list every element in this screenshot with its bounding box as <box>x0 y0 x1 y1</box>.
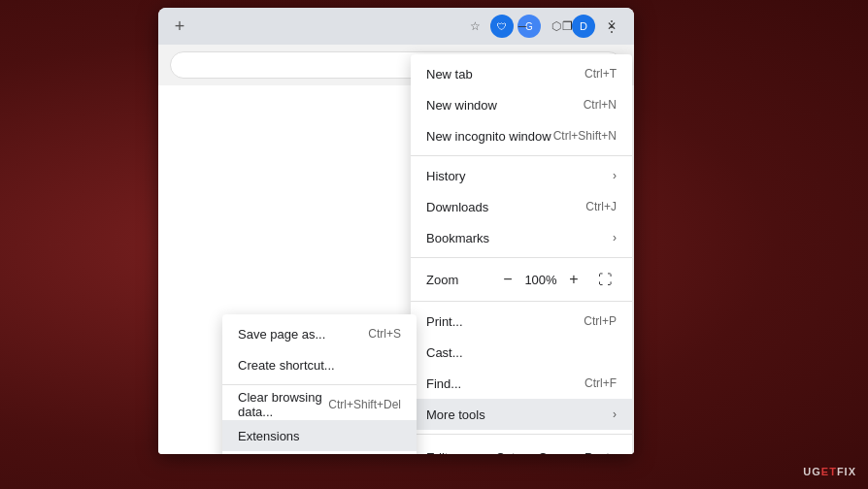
copy-button[interactable]: Copy <box>529 443 577 454</box>
menu-divider-2 <box>411 257 632 258</box>
submenu-item-task-manager[interactable]: Task manager Shift+Esc <box>222 451 417 454</box>
paste-button[interactable]: Paste <box>577 443 624 454</box>
cut-button[interactable]: Cut <box>482 443 529 454</box>
menu-divider-1 <box>411 155 632 156</box>
bookmark-icon[interactable]: ☆ <box>463 15 486 38</box>
close-button[interactable]: ✕ <box>589 8 634 45</box>
plus-icon: + <box>175 16 185 37</box>
menu-divider-3 <box>411 301 632 302</box>
submenu-item-clear-browsing[interactable]: Clear browsing data... Ctrl+Shift+Del <box>222 389 417 420</box>
zoom-row: Zoom − 100% + ⛶ <box>411 262 632 297</box>
menu-item-cast[interactable]: Cast... <box>411 337 632 368</box>
zoom-minus-button[interactable]: − <box>496 268 519 291</box>
submenu-divider-1 <box>222 384 417 385</box>
submenu-item-create-shortcut[interactable]: Create shortcut... <box>222 349 417 380</box>
submenu-item-extensions[interactable]: Extensions <box>222 420 417 451</box>
more-tools-submenu: Save page as... Ctrl+S Create shortcut..… <box>222 314 417 454</box>
window-controls: ─ ❐ ✕ <box>500 8 634 45</box>
menu-item-new-window[interactable]: New window Ctrl+N <box>411 89 632 120</box>
title-bar: + ☆ 🛡 G ⬡ D ⋮ ─ ❐ ✕ <box>158 8 634 45</box>
watermark: UGETFIX <box>803 466 856 477</box>
menu-item-more-tools[interactable]: More tools › <box>411 399 632 430</box>
submenu-item-save-page[interactable]: Save page as... Ctrl+S <box>222 318 417 349</box>
new-tab-button[interactable]: + <box>166 13 193 40</box>
maximize-button[interactable]: ❐ <box>545 8 589 45</box>
browser-window: + ☆ 🛡 G ⬡ D ⋮ ─ ❐ ✕ <box>158 8 634 454</box>
chrome-menu: New tab Ctrl+T New window Ctrl+N New inc… <box>411 54 632 454</box>
menu-item-find[interactable]: Find... Ctrl+F <box>411 368 632 399</box>
menu-item-print[interactable]: Print... Ctrl+P <box>411 306 632 337</box>
menu-item-new-tab[interactable]: New tab Ctrl+T <box>411 58 632 89</box>
zoom-value: 100% <box>519 273 562 287</box>
menu-item-bookmarks[interactable]: Bookmarks › <box>411 222 632 253</box>
menu-item-downloads[interactable]: Downloads Ctrl+J <box>411 191 632 222</box>
fullscreen-button[interactable]: ⛶ <box>593 268 617 291</box>
minimize-button[interactable]: ─ <box>500 8 545 45</box>
menu-divider-4 <box>411 434 632 435</box>
edit-row: Edit Cut Copy Paste <box>411 439 632 454</box>
menu-item-new-incognito[interactable]: New incognito window Ctrl+Shift+N <box>411 120 632 151</box>
menu-item-history[interactable]: History › <box>411 160 632 191</box>
zoom-plus-button[interactable]: + <box>562 268 585 291</box>
